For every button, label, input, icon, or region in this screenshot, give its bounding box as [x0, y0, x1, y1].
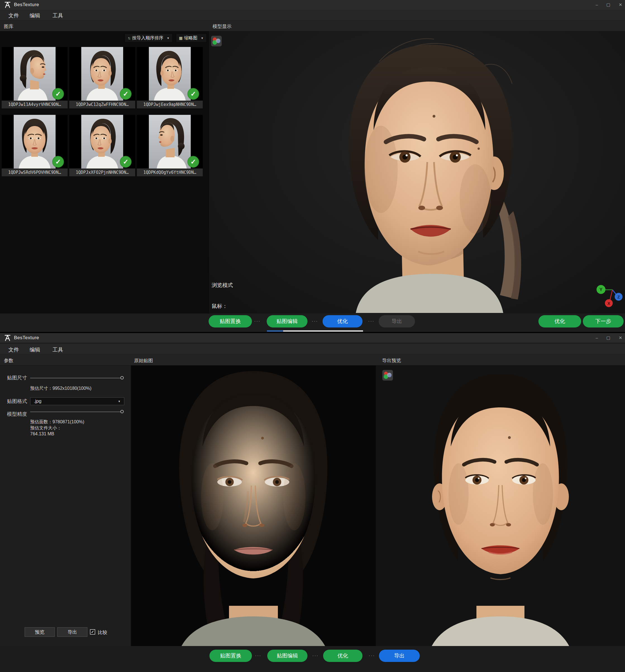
- hint-line: 鼠标：: [212, 303, 284, 310]
- menu-tools[interactable]: 工具: [52, 346, 63, 354]
- thumbnail-filename: 1QDPKdQOgYv6YtHNC9DN…: [137, 168, 203, 176]
- texture-size-slider[interactable]: [30, 378, 122, 378]
- view-mode-dropdown[interactable]: ▦ 缩略图 ▼: [176, 33, 207, 43]
- menubar: 文件 编辑 工具: [0, 344, 625, 355]
- photo-face-front: [14, 115, 55, 168]
- gallery-thumbnail[interactable]: ✓ 1QDPJwjEex9apNHNC9DN…: [137, 47, 203, 109]
- model-precision-slider[interactable]: [30, 412, 122, 412]
- texture-format-value: .jpg: [34, 399, 41, 404]
- compare-label: 比较: [98, 629, 107, 636]
- menu-edit[interactable]: 编辑: [30, 346, 40, 354]
- progress-fill: [267, 330, 283, 332]
- export-preview-panel[interactable]: [376, 365, 625, 646]
- export-small-button[interactable]: 导出: [57, 627, 88, 637]
- original-texture-panel[interactable]: [131, 365, 376, 646]
- model-3d-head-render: [290, 32, 572, 313]
- thumbnail-filename: 1QDPJwC12qZwFFHNC9DN…: [69, 101, 135, 109]
- thumbnail-grid: ✓ 1QDPJw11A4vyrVHNC9DN… ✓ 1QDPJwC12qZwFF…: [2, 47, 203, 176]
- minimize-button[interactable]: –: [596, 333, 598, 342]
- maximize-button[interactable]: ▢: [606, 333, 610, 342]
- gallery-thumbnail[interactable]: ✓ 1QDPJw11A4vyrVHNC9DN…: [2, 47, 68, 109]
- estimated-size-text: 预估尺寸：9952x10180(100%): [30, 386, 92, 391]
- progress-bar: [267, 330, 363, 332]
- menu-edit[interactable]: 编辑: [30, 12, 40, 19]
- chevron-down-icon: ▼: [201, 37, 204, 40]
- photo-face-profile-right: [14, 47, 55, 101]
- selected-check-badge: ✓: [120, 88, 131, 100]
- color-display-toggle-icon[interactable]: [211, 36, 222, 46]
- selected-check-badge: ✓: [52, 156, 64, 168]
- optimize-button[interactable]: 优化: [539, 315, 581, 328]
- original-texture-render: [131, 365, 376, 646]
- close-button[interactable]: ✕: [619, 0, 622, 9]
- model-viewport-canvas[interactable]: 浏览模式 鼠标： 中键：旋转 Alt+中键：移动 右键：菜单 滚轮：缩放 键盘：…: [208, 31, 625, 313]
- selected-check-badge: ✓: [188, 156, 199, 168]
- step-separator: ···: [312, 653, 319, 658]
- svg-text:X: X: [607, 301, 610, 306]
- app-logo-icon: [4, 334, 11, 341]
- panel-headers: 参数 原始贴图 导出预览: [0, 355, 625, 365]
- gallery-panel: ↑↓ 按导入顺序排序 ▼ ▦ 缩略图 ▼ ✓ 1QDPJw11A4vyrVHNC…: [0, 31, 208, 313]
- view-mode-label: 缩略图: [184, 35, 197, 41]
- titlebar: BesTexture – ▢ ✕: [0, 333, 625, 342]
- texture-replace-button[interactable]: 贴图置换: [208, 315, 252, 328]
- window-controls: – ▢ ✕: [596, 333, 622, 342]
- model-panel-title: 模型显示: [212, 23, 231, 30]
- texture-size-slider-handle[interactable]: [120, 376, 124, 380]
- sort-icon: ↑↓: [128, 36, 130, 40]
- estimated-file-label: 预估文件大小：: [30, 425, 61, 431]
- selected-check-badge: ✓: [120, 156, 131, 168]
- hint-line: 浏览模式: [212, 282, 284, 289]
- menu-tools[interactable]: 工具: [52, 12, 63, 19]
- check-icon: ✓: [91, 630, 94, 634]
- step-separator: ···: [312, 318, 318, 324]
- next-step-button[interactable]: 下一步: [583, 315, 624, 328]
- menu-file[interactable]: 文件: [8, 12, 19, 19]
- axis-gizmo-icon[interactable]: Y Z X: [592, 283, 623, 309]
- params-panel-title: 参数: [4, 357, 14, 364]
- maximize-button[interactable]: ▢: [606, 0, 610, 9]
- close-button[interactable]: ✕: [619, 333, 622, 342]
- step-separator: ···: [255, 653, 261, 658]
- grid-icon: ▦: [179, 36, 182, 40]
- chevron-down-icon: ▼: [167, 37, 170, 40]
- window-title: BesTexture: [14, 335, 39, 341]
- optimize-step-button[interactable]: 优化: [323, 650, 362, 662]
- menu-file[interactable]: 文件: [8, 346, 19, 354]
- texture-format-dropdown[interactable]: .jpg ▼: [30, 397, 124, 405]
- optimize-step-button[interactable]: 优化: [323, 315, 362, 328]
- photo-face-three-quarter-right: [149, 47, 191, 101]
- action-bar: 贴图置换 ··· 贴图编辑 ··· 优化 ··· 导出 优化 下一步: [0, 313, 625, 332]
- texture-replace-button[interactable]: 贴图置换: [209, 650, 252, 662]
- texture-edit-button[interactable]: 贴图编辑: [267, 315, 307, 328]
- minimize-button[interactable]: –: [596, 0, 598, 9]
- texture-edit-button[interactable]: 贴图编辑: [267, 650, 307, 662]
- gallery-toolbar: ↑↓ 按导入顺序排序 ▼ ▦ 缩略图 ▼: [125, 33, 207, 43]
- original-texture-title: 原始贴图: [134, 357, 153, 364]
- gallery-thumbnail[interactable]: ✓ 1QDPJwC12qZwFFHNC9DN…: [69, 47, 135, 109]
- gallery-thumbnail[interactable]: ✓ 1QDPJwSRdV6POVHNC9DN…: [2, 115, 68, 176]
- window-title: BesTexture: [14, 2, 39, 7]
- menubar: 文件 编辑 工具: [0, 9, 625, 21]
- thumbnail-filename: 1QDPJw11A4vyrVHNC9DN…: [2, 101, 68, 109]
- photo-face-profile-left: [149, 115, 191, 168]
- compare-checkbox[interactable]: ✓: [90, 629, 95, 634]
- gallery-thumbnail[interactable]: ✓ 1QDPJxXFO2PjnNHNC9DN…: [69, 115, 135, 176]
- preview-button[interactable]: 预览: [25, 627, 55, 637]
- sort-order-dropdown[interactable]: ↑↓ 按导入顺序排序 ▼: [125, 33, 173, 43]
- window-controls: – ▢ ✕: [596, 0, 622, 9]
- titlebar: BesTexture – ▢ ✕: [0, 0, 625, 9]
- model-precision-slider-handle[interactable]: [120, 410, 124, 413]
- selected-check-badge: ✓: [188, 88, 199, 100]
- export-preview-render: [376, 365, 625, 646]
- texture-size-label: 贴图尺寸: [7, 375, 27, 381]
- gallery-thumbnail[interactable]: ✓ 1QDPKdQOgYv6YtHNC9DN…: [137, 115, 203, 176]
- export-step-button[interactable]: 导出: [379, 650, 420, 662]
- export-step-button[interactable]: 导出: [379, 315, 415, 328]
- chevron-down-icon: ▼: [118, 400, 121, 403]
- gallery-panel-title: 图库: [4, 23, 14, 30]
- main-window: BesTexture – ▢ ✕ 文件 编辑 工具 图库 模型显示 ↑↓ 按导入…: [0, 0, 625, 332]
- color-display-toggle-icon[interactable]: [382, 370, 393, 381]
- photo-face-three-quarter-left: [81, 115, 123, 168]
- step-separator: ···: [254, 318, 260, 324]
